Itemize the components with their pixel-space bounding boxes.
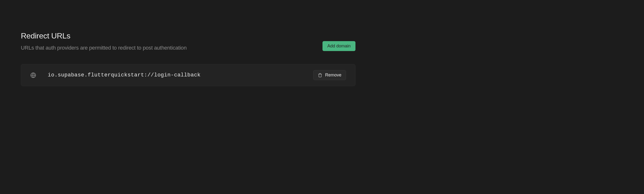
trash-icon bbox=[318, 73, 322, 77]
section-title: Redirect URLs bbox=[21, 31, 322, 40]
section-header: Redirect URLs URLs that auth providers a… bbox=[21, 31, 356, 51]
remove-button-label: Remove bbox=[325, 73, 342, 78]
add-domain-button[interactable]: Add domain bbox=[322, 41, 356, 51]
header-text-block: Redirect URLs URLs that auth providers a… bbox=[21, 31, 322, 51]
globe-icon bbox=[30, 72, 36, 78]
redirect-url-value: io.supabase.flutterquickstart://login-ca… bbox=[48, 72, 200, 78]
redirect-url-row: io.supabase.flutterquickstart://login-ca… bbox=[21, 64, 356, 86]
add-domain-label: Add domain bbox=[327, 44, 350, 48]
remove-url-button[interactable]: Remove bbox=[313, 70, 346, 80]
url-left-group: io.supabase.flutterquickstart://login-ca… bbox=[30, 72, 200, 78]
section-description: URLs that auth providers are permitted t… bbox=[21, 45, 322, 51]
